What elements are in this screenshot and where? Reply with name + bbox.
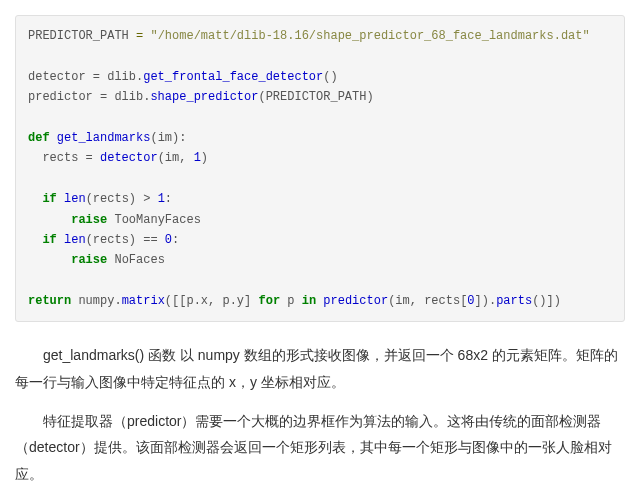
code-token: PREDICTOR_PATH	[28, 29, 129, 43]
code-keyword: in	[302, 294, 316, 308]
code-token	[28, 192, 42, 206]
code-token: predictor = dlib.	[28, 90, 150, 104]
code-token: detector = dlib.	[28, 70, 143, 84]
code-token: (PREDICTOR_PATH)	[258, 90, 373, 104]
code-keyword: if	[42, 192, 56, 206]
code-token: :	[172, 233, 179, 247]
code-function: shape_predictor	[150, 90, 258, 104]
code-token	[57, 233, 64, 247]
code-token	[50, 131, 57, 145]
code-token: ]).	[475, 294, 497, 308]
code-token: NoFaces	[107, 253, 165, 267]
code-function: len	[64, 192, 86, 206]
code-number: 0	[165, 233, 172, 247]
code-function: get_landmarks	[57, 131, 151, 145]
code-token: (rects) >	[86, 192, 158, 206]
code-keyword: if	[42, 233, 56, 247]
code-token: =	[129, 29, 151, 43]
code-token: p	[280, 294, 302, 308]
code-token	[28, 233, 42, 247]
code-keyword: for	[258, 294, 280, 308]
code-keyword: return	[28, 294, 71, 308]
code-number: 1	[194, 151, 201, 165]
code-token: (im,	[158, 151, 194, 165]
code-token: ()])	[532, 294, 561, 308]
code-token: (im):	[150, 131, 186, 145]
code-token: numpy.	[71, 294, 121, 308]
code-number: 0	[467, 294, 474, 308]
code-block: PREDICTOR_PATH = "/home/matt/dlib-18.16/…	[15, 15, 625, 322]
code-token: ()	[323, 70, 337, 84]
code-token: ([[p.x, p.y]	[165, 294, 259, 308]
code-function: parts	[496, 294, 532, 308]
code-token: TooManyFaces	[107, 213, 201, 227]
code-token	[57, 192, 64, 206]
code-token: rects =	[28, 151, 100, 165]
body-paragraph: get_landmarks() 函数 以 numpy 数组的形式接收图像，并返回…	[15, 342, 625, 395]
code-token	[28, 213, 71, 227]
code-function: get_frontal_face_detector	[143, 70, 323, 84]
code-keyword: raise	[71, 213, 107, 227]
code-token: :	[165, 192, 172, 206]
code-number: 1	[158, 192, 165, 206]
code-function: detector	[100, 151, 158, 165]
code-token	[28, 253, 71, 267]
code-function: matrix	[122, 294, 165, 308]
code-function: predictor	[323, 294, 388, 308]
code-keyword: raise	[71, 253, 107, 267]
code-function: len	[64, 233, 86, 247]
code-token: )	[201, 151, 208, 165]
body-paragraph: 特征提取器（predictor）需要一个大概的边界框作为算法的输入。这将由传统的…	[15, 408, 625, 488]
code-keyword: def	[28, 131, 50, 145]
code-string: "/home/matt/dlib-18.16/shape_predictor_6…	[150, 29, 589, 43]
code-token: (im, rects[	[388, 294, 467, 308]
code-token: (rects) ==	[86, 233, 165, 247]
